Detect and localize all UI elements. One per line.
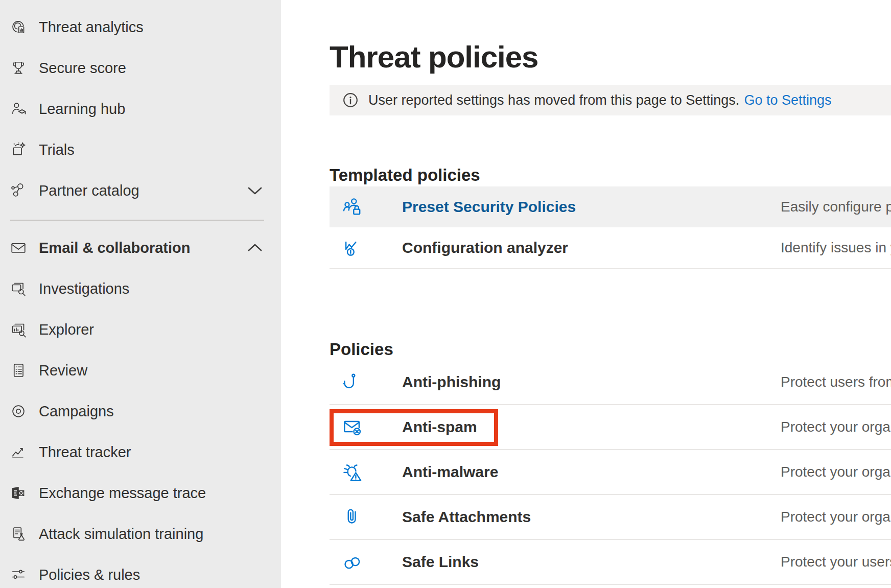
row-label: Preset Security Policies <box>402 198 576 216</box>
sidebar-item-review[interactable]: Review <box>0 350 281 391</box>
sidebar-item-label: Secure score <box>39 60 126 77</box>
security-portal-page: Threat analytics Secure score Learning h… <box>0 0 891 588</box>
sidebar-item-label: Email & collaboration <box>39 240 191 256</box>
sidebar-item-label: Threat tracker <box>39 444 131 461</box>
banner-text: User reported settings has moved from th… <box>368 92 739 108</box>
section-heading-templated-policies: Templated policies <box>330 166 480 185</box>
sidebar-item-policies-rules[interactable]: Policies & rules <box>0 554 281 588</box>
sidebar-item-explorer[interactable]: Explorer <box>0 309 281 350</box>
paperclip-icon <box>341 505 364 529</box>
line-chart-icon <box>9 443 28 461</box>
partner-catalog-icon <box>9 181 28 200</box>
sidebar-item-exchange-message-trace[interactable]: Exchange message trace <box>0 473 281 513</box>
sidebar-item-learning-hub[interactable]: Learning hub <box>0 88 281 129</box>
sidebar-item-label: Review <box>39 362 87 379</box>
sidebar-item-threat-tracker[interactable]: Threat tracker <box>0 432 281 473</box>
row-description: Protect your organiz <box>781 464 891 480</box>
info-icon <box>343 92 358 108</box>
threat-analytics-icon <box>9 18 28 36</box>
row-preset-security-policies[interactable]: Preset Security Policies Easily configur… <box>330 186 891 227</box>
chevron-down-icon[interactable] <box>247 186 263 195</box>
section-heading-policies: Policies <box>330 340 393 359</box>
safe-links-chain-icon <box>341 550 364 574</box>
envelope-icon <box>9 239 28 257</box>
explorer-search-icon <box>9 320 28 339</box>
sidebar-item-attack-simulation-training[interactable]: Attack simulation training <box>0 513 281 554</box>
sidebar: Threat analytics Secure score Learning h… <box>0 0 281 588</box>
row-label: Safe Links <box>402 553 479 571</box>
row-label: Anti-spam <box>402 418 477 436</box>
row-description: Identify issues in you <box>781 240 891 256</box>
sidebar-item-label: Threat analytics <box>39 19 144 36</box>
anti-malware-bug-icon <box>341 460 364 484</box>
row-configuration-analyzer[interactable]: Configuration analyzer Identify issues i… <box>330 227 891 269</box>
sidebar-item-investigations[interactable]: Investigations <box>0 268 281 309</box>
trophy-icon <box>9 59 28 77</box>
document-flask-icon <box>9 525 28 543</box>
preset-security-policies-icon <box>341 195 364 219</box>
row-label: Configuration analyzer <box>402 239 568 256</box>
sidebar-item-threat-analytics[interactable]: Threat analytics <box>0 7 281 48</box>
anti-spam-envelope-icon <box>341 415 364 439</box>
main-content: Threat policies User reported settings h… <box>330 0 891 588</box>
sidebar-item-label: Explorer <box>39 321 94 338</box>
exchange-logo-icon <box>9 484 28 502</box>
row-description: Protect your organiz <box>781 509 891 525</box>
sidebar-item-email-collaboration[interactable]: Email & collaboration <box>0 227 281 268</box>
info-banner: User reported settings has moved from th… <box>330 85 891 115</box>
trials-sparkle-box-icon <box>9 140 28 159</box>
row-label: Anti-malware <box>402 463 498 481</box>
row-description: Easily configure prot <box>781 199 891 215</box>
configuration-analyzer-icon <box>341 236 364 260</box>
person-graduation-icon <box>9 100 28 118</box>
row-anti-malware[interactable]: Anti-malware Protect your organiz <box>330 450 891 495</box>
sidebar-item-trials[interactable]: Trials <box>0 129 281 170</box>
sidebar-item-label: Trials <box>39 142 75 158</box>
page-title: Threat policies <box>330 39 538 76</box>
anti-phishing-hook-icon <box>341 370 364 394</box>
templated-policies-list: Preset Security Policies Easily configur… <box>330 186 891 269</box>
sliders-icon <box>9 566 28 584</box>
campaigns-target-icon <box>9 402 28 420</box>
row-safe-attachments[interactable]: Safe Attachments Protect your organiz <box>330 495 891 540</box>
sidebar-item-label: Policies & rules <box>39 567 140 583</box>
sidebar-divider <box>10 220 264 221</box>
sidebar-item-label: Partner catalog <box>39 182 139 199</box>
sidebar-item-label: Attack simulation training <box>39 526 203 543</box>
row-label: Safe Attachments <box>402 508 531 526</box>
review-list-icon <box>9 361 28 380</box>
row-description: Protect your organiz <box>781 419 891 435</box>
investigations-search-icon <box>9 279 28 298</box>
sidebar-item-label: Investigations <box>39 280 129 297</box>
row-label: Anti-phishing <box>402 373 501 391</box>
sidebar-item-label: Learning hub <box>39 101 125 117</box>
chevron-up-icon[interactable] <box>247 243 263 252</box>
policies-list: Anti-phishing Protect users from p Anti-… <box>330 360 891 585</box>
go-to-settings-link[interactable]: Go to Settings <box>744 92 831 108</box>
row-safe-links[interactable]: Safe Links Protect your users fr <box>330 540 891 585</box>
sidebar-item-label: Exchange message trace <box>39 485 206 502</box>
sidebar-item-partner-catalog[interactable]: Partner catalog <box>0 170 281 211</box>
sidebar-item-secure-score[interactable]: Secure score <box>0 48 281 88</box>
row-anti-phishing[interactable]: Anti-phishing Protect users from p <box>330 360 891 405</box>
row-description: Protect users from p <box>781 374 891 390</box>
sidebar-item-label: Campaigns <box>39 403 114 420</box>
sidebar-item-campaigns[interactable]: Campaigns <box>0 391 281 432</box>
row-description: Protect your users fr <box>781 554 891 570</box>
row-anti-spam[interactable]: Anti-spam Protect your organiz <box>330 405 891 450</box>
